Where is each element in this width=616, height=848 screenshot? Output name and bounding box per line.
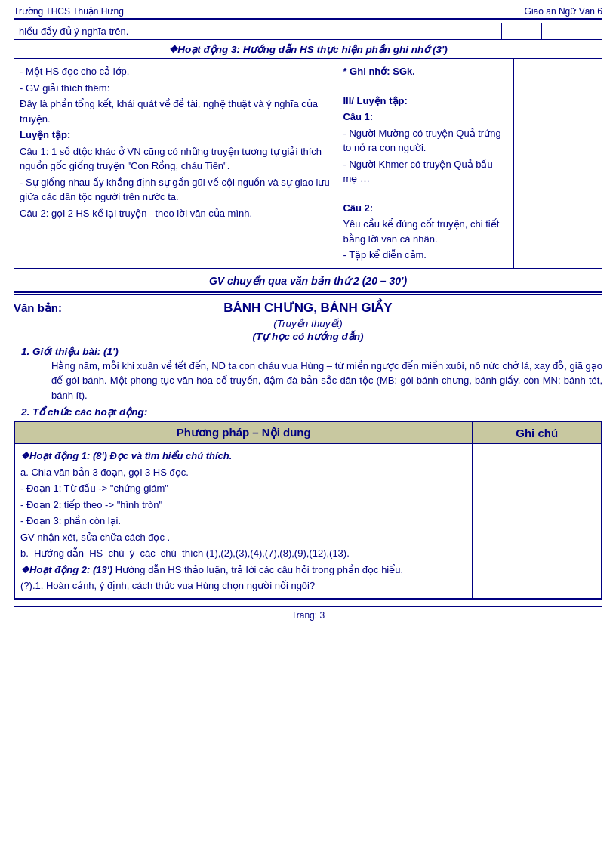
main-content-table: - Một HS đọc cho cả lớp. - GV giải thích…: [14, 58, 602, 269]
header-right: Giao an Ngữ Văn 6: [525, 6, 602, 17]
left-cau2: Câu 2: gọi 2 HS kể lại truyện theo lời v…: [20, 206, 331, 221]
section1-label: 1. Giới thiệu bài: (1'): [21, 346, 119, 357]
pp-header: Phương pháp – Nội dung: [14, 421, 473, 444]
gc-header: Ghi chú: [473, 421, 602, 444]
page-number: Trang: 3: [14, 610, 602, 621]
section2-row: 2. Tổ chức các hoạt động:: [21, 405, 602, 418]
extra-col: [514, 59, 602, 269]
intro-text: Hằng năm, mỗi khi xuân về tết đến, ND ta…: [51, 359, 602, 403]
right-cau1: Câu 1:: [343, 109, 508, 125]
van-ban-subtitle2: (Tự học có hướng dẫn): [14, 330, 602, 342]
right-tap-ke: - Tập kể diễn cảm.: [343, 248, 508, 263]
act1-huong-dan: b. Hướng dẫn HS chú ý các chú thích (1),…: [20, 546, 467, 561]
gc-content-col: [473, 444, 602, 599]
activity1-header: ❖Hoạt động 1: (8') Đọc và tìm hiểu chú t…: [20, 449, 467, 464]
act1-doan2: - Đoạn 2: tiếp theo -> "hình tròn": [20, 498, 467, 513]
left-cau1: Câu 1: 1 số dtộc khác ở VN cũng có những…: [20, 144, 331, 174]
left-line-3: Đây là phần tổng kết, khái quát về đề tà…: [20, 97, 331, 126]
top-cell-3: [542, 23, 602, 40]
van-ban-title-row: Văn bản: BÁNH CHƯNG, BÁNH GIẦY: [14, 300, 602, 316]
activity3-header: ❖Hoạt động 3: Hướng dẫn HS thực hiện phầ…: [14, 43, 602, 55]
header-row: Trường THCS Thuận Hưng Giao an Ngữ Văn 6: [14, 6, 602, 17]
gv-transition: GV chuyển qua văn bản thứ 2 (20 – 30'): [14, 275, 602, 287]
top-cell-1: hiểu đầy đủ ý nghĩa trên.: [14, 23, 502, 40]
act2-q1: (?).1. Hoàn cảnh, ý định, cách thức vua …: [20, 578, 467, 594]
page: Trường THCS Thuận Hưng Giao an Ngữ Văn 6…: [0, 0, 616, 848]
pp-nd-table: Phương pháp – Nội dung Ghi chú ❖Hoạt độn…: [14, 421, 602, 600]
left-line-2: - GV giải thích thêm:: [20, 81, 331, 96]
act1-doan3: - Đoạn 3: phần còn lại.: [20, 513, 467, 529]
left-cau1-explain: - Sự giống nhau ấy khẳng định sự gần gũi…: [20, 175, 331, 205]
right-luyen-tap-header: III/ Luyện tập:: [343, 94, 508, 109]
right-cau2-content: Yêu cầu kể đúng cốt truyện, chi tiết bằn…: [343, 217, 508, 246]
act1-doan1: - Đoạn 1: Từ đầu -> "chứng giám": [20, 481, 467, 496]
act1-line1: a. Chia văn bản 3 đoạn, gọi 3 HS đọc.: [20, 465, 467, 480]
top-row-table: hiểu đầy đủ ý nghĩa trên.: [14, 23, 602, 40]
main-right-col: * Ghi nhớ: SGk. III/ Luyện tập: Câu 1: -…: [337, 59, 514, 269]
van-ban-label: Văn bản:: [14, 301, 97, 315]
section2-label: 2. Tổ chức các hoạt động:: [21, 406, 147, 418]
activity2-header: ❖Hoạt động 2: (13') Hướng dẫn HS thảo lu…: [20, 563, 467, 578]
section-divider-top: [14, 291, 602, 293]
left-line-1: - Một HS đọc cho cả lớp.: [20, 64, 331, 79]
section-divider-bottom: [14, 294, 602, 295]
section1-row: 1. Giới thiệu bài: (1'): [21, 345, 602, 357]
top-divider: [14, 18, 602, 20]
bottom-divider: [14, 606, 602, 607]
right-khmer: - Người Khmer có truyện Quả bầu mẹ …: [343, 157, 508, 187]
act1-nhan-xet: GV nhận xét, sửa chữa cách đọc .: [20, 530, 467, 545]
right-ghi-nho: * Ghi nhớ: SGk.: [343, 64, 508, 79]
header-left: Trường THCS Thuận Hưng: [14, 6, 124, 17]
left-luyen-tap: Luyện tập:: [20, 128, 331, 143]
right-muong: - Người Mường có truyện Quả trứng to nở …: [343, 126, 508, 156]
van-ban-subtitle: (Truyền thuyết): [14, 317, 602, 329]
right-cau2: Câu 2:: [343, 201, 508, 216]
van-ban-section: Văn bản: BÁNH CHƯNG, BÁNH GIẦY (Truyền t…: [14, 300, 602, 342]
top-cell-2: [501, 23, 541, 40]
van-ban-main-title: BÁNH CHƯNG, BÁNH GIẦY: [97, 300, 519, 316]
main-left-col: - Một HS đọc cho cả lớp. - GV giải thích…: [14, 59, 337, 269]
activity-content-col: ❖Hoạt động 1: (8') Đọc và tìm hiểu chú t…: [14, 444, 473, 599]
